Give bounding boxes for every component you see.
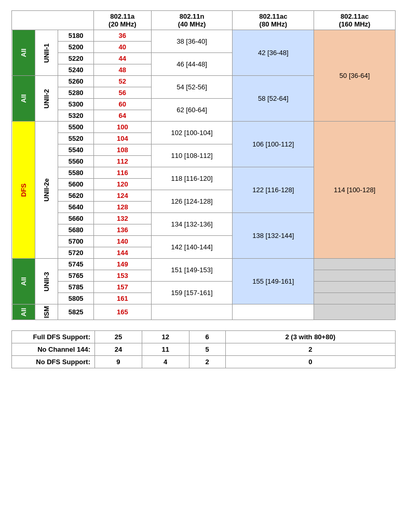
freq-cell: 5745: [58, 259, 94, 270]
freq-cell: 5180: [58, 30, 94, 42]
band-cell: All: [12, 76, 35, 122]
unii-cell: UNII-3: [35, 259, 58, 304]
ch40-cell: 151 [149-153]: [151, 259, 233, 282]
freq-cell: 5320: [58, 110, 94, 122]
header-empty: [12, 11, 94, 30]
freq-cell: 5540: [58, 144, 94, 156]
freq-cell: 5640: [58, 202, 94, 213]
ch160-cell: [314, 293, 396, 304]
ch20-cell: 128: [93, 202, 151, 213]
ch20-cell: 140: [93, 236, 151, 247]
ch40-cell: [151, 304, 233, 320]
unii-cell: UNII-1: [35, 30, 58, 76]
header-80211ac-80: 802.11ac(80 MHz): [233, 11, 314, 30]
freq-cell: 5660: [58, 213, 94, 224]
ch160-cell: [314, 304, 396, 320]
ch20-cell: 136: [93, 224, 151, 236]
band-cell: All: [12, 30, 35, 76]
band-cell: All: [12, 259, 35, 304]
ch40-cell: 102 [100-104]: [151, 122, 233, 144]
ch20-cell: 48: [93, 64, 151, 76]
freq-cell: 5600: [58, 179, 94, 190]
ch20-cell: 120: [93, 179, 151, 190]
summary-val: 11: [142, 343, 189, 356]
ch20-cell: 64: [93, 110, 151, 122]
ch160-cell: [314, 282, 396, 293]
freq-cell: 5260: [58, 76, 94, 87]
freq-cell: 5720: [58, 247, 94, 259]
freq-cell: 5620: [58, 190, 94, 202]
freq-cell: 5520: [58, 133, 94, 144]
summary-val: 2: [225, 343, 395, 356]
band-cell: DFS: [12, 122, 35, 259]
ch80-cell: 106 [100-112]: [233, 122, 314, 167]
summary-val: 0: [225, 356, 395, 368]
ch20-cell: 116: [93, 167, 151, 179]
summary-val: 2: [189, 356, 225, 368]
ch20-cell: 44: [93, 53, 151, 64]
summary-label: No DFS Support:: [12, 356, 95, 368]
freq-cell: 5805: [58, 293, 94, 304]
ch40-cell: 118 [116-120]: [151, 167, 233, 190]
freq-cell: 5765: [58, 270, 94, 282]
unii-cell: UNII-2: [35, 76, 58, 122]
ch80-cell: 42 [36-48]: [233, 30, 314, 76]
summary-val: 9: [95, 356, 142, 368]
ch40-cell: 46 [44-48]: [151, 53, 233, 76]
ch20-cell: 56: [93, 87, 151, 99]
freq-cell: 5680: [58, 224, 94, 236]
ch160-cell: [314, 259, 396, 270]
header-80211ac-160: 802.11ac(160 MHz): [314, 11, 396, 30]
ch80-cell: 138 [132-144]: [233, 213, 314, 259]
ch160-cell: [314, 270, 396, 282]
ch20-cell: 144: [93, 247, 151, 259]
ch80-cell: 122 [116-128]: [233, 167, 314, 213]
summary-table: Full DFS Support:251262 (3 with 80+80)No…: [11, 330, 396, 368]
ch20-cell: 36: [93, 30, 151, 42]
ch80-cell: [233, 304, 314, 320]
ch160-cell: 114 [100-128]: [314, 122, 396, 259]
summary-val: 12: [142, 331, 189, 343]
channel-table: 802.11a(20 MHz) 802.11n(40 MHz) 802.11ac…: [11, 10, 396, 320]
ch40-cell: 62 [60-64]: [151, 99, 233, 122]
summary-label: Full DFS Support:: [12, 331, 95, 343]
ch20-cell: 52: [93, 76, 151, 87]
ch40-cell: 142 [140-144]: [151, 236, 233, 259]
ch40-cell: 134 [132-136]: [151, 213, 233, 236]
freq-cell: 5825: [58, 304, 94, 320]
ch20-cell: 149: [93, 259, 151, 270]
freq-cell: 5300: [58, 99, 94, 110]
freq-cell: 5785: [58, 282, 94, 293]
ch20-cell: 40: [93, 42, 151, 53]
ch160-cell: 50 [36-64]: [314, 30, 396, 122]
freq-cell: 5220: [58, 53, 94, 64]
freq-cell: 5700: [58, 236, 94, 247]
ch40-cell: 54 [52-56]: [151, 76, 233, 99]
freq-cell: 5240: [58, 64, 94, 76]
summary-val: 6: [189, 331, 225, 343]
freq-cell: 5280: [58, 87, 94, 99]
summary-val: 25: [95, 331, 142, 343]
ch20-cell: 124: [93, 190, 151, 202]
unii-cell: ISM: [35, 304, 58, 320]
summary-val: 2 (3 with 80+80): [225, 331, 395, 343]
ch20-cell: 153: [93, 270, 151, 282]
ch40-cell: 159 [157-161]: [151, 282, 233, 304]
freq-cell: 5200: [58, 42, 94, 53]
freq-cell: 5580: [58, 167, 94, 179]
header-80211a: 802.11a(20 MHz): [93, 11, 151, 30]
band-cell: All: [12, 304, 35, 320]
ch80-cell: 58 [52-64]: [233, 76, 314, 122]
ch40-cell: 126 [124-128]: [151, 190, 233, 213]
ch20-cell: 161: [93, 293, 151, 304]
ch40-cell: 38 [36-40]: [151, 30, 233, 53]
ch20-cell: 60: [93, 99, 151, 110]
ch40-cell: 110 [108-112]: [151, 144, 233, 167]
ch20-cell: 108: [93, 144, 151, 156]
summary-label: No Channel 144:: [12, 343, 95, 356]
summary-val: 5: [189, 343, 225, 356]
ch20-cell: 104: [93, 133, 151, 144]
ch20-cell: 112: [93, 156, 151, 167]
freq-cell: 5560: [58, 156, 94, 167]
ch20-cell: 157: [93, 282, 151, 293]
